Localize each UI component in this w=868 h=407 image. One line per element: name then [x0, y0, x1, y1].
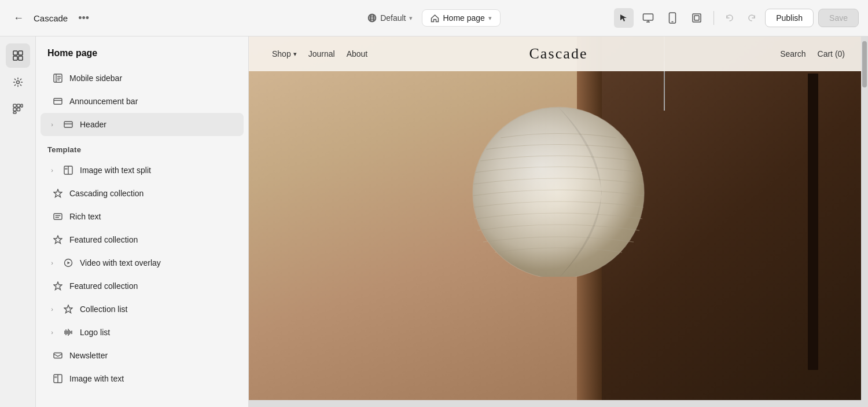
panel-header: Home page	[36, 36, 248, 67]
preview-bottom-scrollbar	[249, 400, 861, 407]
collection-list-icon	[62, 303, 74, 315]
preview-cart-link[interactable]: Cart (0)	[818, 49, 845, 58]
svg-rect-18	[17, 104, 20, 107]
theme-selector[interactable]: Default ▾	[367, 13, 413, 23]
svg-rect-50	[54, 376, 57, 378]
apps-button[interactable]	[6, 97, 30, 121]
mobile-icon	[668, 12, 676, 24]
preview-about-link[interactable]: About	[347, 49, 368, 58]
featured-collection-2-icon	[52, 280, 64, 292]
sidebar-item-header[interactable]: › Header	[41, 113, 244, 136]
image-text-split-label: Image with text split	[80, 166, 151, 175]
preview-scrollbar[interactable]	[861, 36, 868, 407]
svg-rect-14	[13, 56, 17, 60]
video-text-chevron-icon: ›	[47, 258, 57, 267]
sidebar-item-mobile-sidebar[interactable]: Mobile sidebar	[41, 67, 244, 90]
svg-rect-21	[17, 108, 20, 111]
mobile-sidebar-label: Mobile sidebar	[69, 74, 122, 83]
svg-rect-19	[21, 104, 23, 107]
bg-door-edge	[808, 74, 818, 370]
preview-nav-right: Search Cart (0)	[780, 49, 845, 58]
page-tab[interactable]: Home page ▾	[422, 9, 500, 27]
save-button[interactable]: Save	[818, 9, 859, 27]
desktop-view-button[interactable]	[638, 8, 658, 28]
sidebar-item-rich-text[interactable]: Rich text	[41, 205, 244, 228]
svg-rect-5	[643, 14, 653, 20]
image-with-text-icon	[52, 373, 64, 384]
sidebar-item-logo-list[interactable]: › Logo list	[41, 321, 244, 344]
preview-brand: Cascade	[529, 45, 587, 63]
newsletter-label: Newsletter	[69, 351, 108, 360]
svg-rect-22	[13, 112, 16, 113]
rich-text-label: Rich text	[69, 212, 101, 221]
sections-tab-button[interactable]	[6, 43, 30, 68]
topbar: ← Cascade ••• Default ▾ Home page ▾	[0, 0, 868, 36]
svg-rect-28	[54, 98, 62, 104]
back-button[interactable]: ←	[9, 9, 28, 27]
redo-icon	[746, 13, 757, 23]
logo-list-label: Logo list	[80, 328, 110, 337]
more-button[interactable]: •••	[73, 10, 94, 27]
sidebar-item-cascading-collection[interactable]: Cascading collection	[41, 182, 244, 205]
mobile-view-button[interactable]	[663, 8, 682, 28]
undo-icon	[724, 13, 735, 23]
svg-rect-30	[64, 122, 72, 127]
preview-shop-link[interactable]: Shop ▾	[272, 49, 297, 58]
preview-wrapper: Shop ▾ Journal About Cascade Search Cart…	[249, 36, 868, 407]
featured-collection-2-label: Featured collection	[69, 281, 138, 291]
toolbar-divider	[713, 11, 714, 25]
preview-journal-link[interactable]: Journal	[308, 49, 335, 58]
publish-button[interactable]: Publish	[765, 9, 814, 27]
newsletter-icon	[52, 350, 64, 361]
icon-sidebar	[0, 36, 36, 407]
sidebar-item-featured-collection-2[interactable]: Featured collection	[41, 274, 244, 298]
apps-icon	[12, 103, 24, 115]
select-icon	[619, 13, 629, 23]
collection-list-chevron-icon: ›	[47, 305, 57, 314]
frame-view-button[interactable]	[687, 8, 707, 28]
redo-button[interactable]	[743, 9, 760, 27]
svg-rect-15	[19, 56, 23, 60]
image-text-split-icon	[62, 164, 74, 176]
theme-settings-button[interactable]	[6, 70, 30, 94]
svg-rect-17	[13, 104, 16, 107]
lamp	[469, 103, 648, 277]
undo-button[interactable]	[721, 9, 738, 27]
svg-marker-39	[68, 262, 71, 265]
template-section-label: Template	[36, 136, 248, 159]
desktop-icon	[642, 13, 654, 23]
svg-rect-11	[694, 16, 699, 20]
header-section-icon	[62, 119, 74, 130]
more-icon: •••	[78, 12, 89, 24]
home-icon	[431, 14, 439, 23]
topbar-left: ← Cascade •••	[9, 9, 361, 27]
sidebar-item-image-with-text-split[interactable]: › Image with text split	[41, 159, 244, 182]
sidebar-item-video-with-text-overlay[interactable]: › Video with text overlay	[41, 251, 244, 274]
sidebar-item-image-with-text[interactable]: Image with text	[41, 367, 244, 390]
svg-rect-47	[54, 353, 62, 358]
preview-background	[249, 36, 868, 407]
globe-icon	[367, 13, 377, 23]
sidebar-item-announcement-bar[interactable]: Announcement bar	[41, 90, 244, 113]
svg-rect-20	[13, 108, 16, 111]
featured-collection-1-icon	[52, 234, 64, 245]
select-tool-button[interactable]	[614, 8, 634, 28]
collection-list-label: Collection list	[80, 305, 127, 314]
app-name: Cascade	[34, 13, 68, 23]
page-name: Home page	[443, 13, 484, 23]
svg-rect-12	[13, 51, 17, 55]
sidebar-item-featured-collection-1[interactable]: Featured collection	[41, 228, 244, 251]
logo-list-chevron-icon: ›	[47, 328, 57, 337]
frame-icon	[692, 13, 702, 23]
left-panel: Home page Mobile sidebar	[0, 36, 249, 407]
svg-point-16	[16, 81, 19, 84]
video-text-label: Video with text overlay	[80, 258, 161, 267]
cascading-collection-icon	[52, 188, 64, 199]
header-label: Header	[80, 120, 106, 129]
topbar-center: Default ▾ Home page ▾	[367, 9, 501, 27]
announcement-bar-label: Announcement bar	[69, 97, 138, 106]
sidebar-item-collection-list[interactable]: › Collection list	[41, 298, 244, 321]
sidebar-item-newsletter[interactable]: Newsletter	[41, 344, 244, 367]
preview-content: Shop ▾ Journal About Cascade Search Cart…	[249, 36, 868, 407]
preview-search-link[interactable]: Search	[780, 49, 806, 58]
